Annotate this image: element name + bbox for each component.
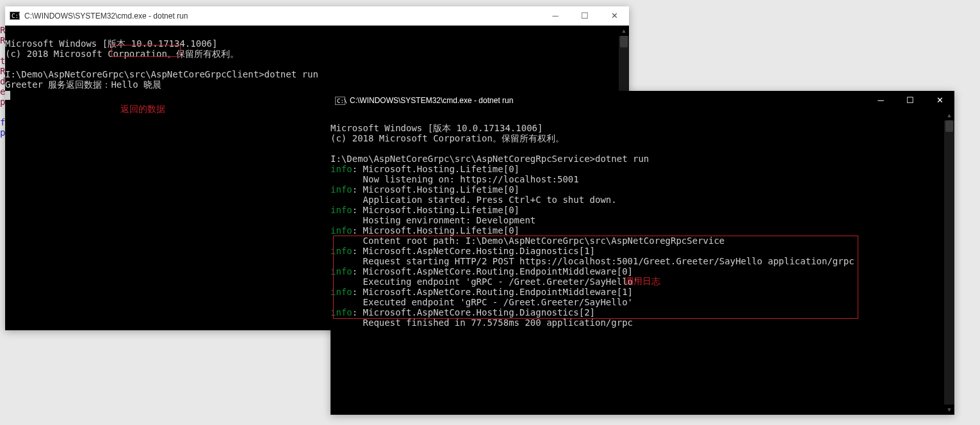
scroll-up-icon[interactable]: ▲ bbox=[944, 110, 954, 120]
console-body[interactable]: Microsoft Windows [版本 10.0.17134.1006] (… bbox=[331, 110, 954, 415]
console-line: (c) 2018 Microsoft Corporation。保留所有权利。 bbox=[331, 133, 564, 143]
cmd-window-service: C:\ C:\WINDOWS\SYSTEM32\cmd.exe - dotnet… bbox=[331, 91, 954, 415]
close-button[interactable]: ✕ bbox=[925, 91, 954, 110]
annotation-box-log: 调用日志 bbox=[333, 236, 858, 319]
console-line: info: Microsoft.Hosting.Lifetime[0] bbox=[331, 205, 519, 215]
console-line: Hosting environment: Development bbox=[331, 215, 535, 225]
minimize-button[interactable]: ─ bbox=[866, 91, 895, 110]
console-line: info: Microsoft.Hosting.Lifetime[0] bbox=[331, 164, 519, 174]
scroll-thumb[interactable] bbox=[945, 120, 953, 132]
annotation-box-return bbox=[111, 45, 181, 57]
console-line: info: Microsoft.Hosting.Lifetime[0] bbox=[331, 184, 519, 195]
titlebar[interactable]: C:\ C:\WINDOWS\SYSTEM32\cmd.exe - dotnet… bbox=[331, 91, 954, 110]
maximize-button[interactable]: ☐ bbox=[570, 6, 600, 25]
window-title: C:\WINDOWS\SYSTEM32\cmd.exe - dotnet run bbox=[350, 95, 866, 106]
minimize-button[interactable]: ─ bbox=[541, 6, 570, 25]
scroll-down-icon[interactable]: ▼ bbox=[944, 405, 954, 415]
cursor bbox=[5, 91, 10, 100]
cmd-icon: C:\ bbox=[5, 12, 24, 20]
scroll-thumb[interactable] bbox=[620, 36, 628, 47]
annotation-label-return: 返回的数据 bbox=[120, 104, 165, 114]
console-line: info: Microsoft.Hosting.Lifetime[0] bbox=[331, 225, 519, 236]
console-line: Greeter 服务返回数据：Hello 晓晨 bbox=[5, 79, 161, 90]
console-line: Request finished in 77.5758ms 200 applic… bbox=[331, 317, 638, 328]
console-line: Microsoft Windows [版本 10.0.17134.1006] bbox=[331, 123, 543, 133]
window-title: C:\WINDOWS\SYSTEM32\cmd.exe - dotnet run bbox=[24, 11, 541, 21]
close-button[interactable]: ✕ bbox=[600, 6, 629, 25]
console-line: I:\Demo\AspNetCoreGrpc\src\AspNetCoreGrp… bbox=[5, 69, 318, 79]
console-line: I:\Demo\AspNetCoreGrpc\src\AspNetCoregRp… bbox=[331, 154, 649, 164]
console-line: Application started. Press Ctrl+C to shu… bbox=[331, 195, 617, 205]
scrollbar[interactable]: ▲ ▼ bbox=[944, 110, 954, 415]
cmd-icon: C:\ bbox=[331, 97, 350, 105]
titlebar[interactable]: C:\ C:\WINDOWS\SYSTEM32\cmd.exe - dotnet… bbox=[5, 6, 629, 26]
scroll-up-icon[interactable]: ▲ bbox=[619, 26, 629, 36]
console-line: Now listening on: https://localhost:5001 bbox=[331, 174, 579, 184]
annotation-label-log: 调用日志 bbox=[625, 276, 660, 286]
code-gutter: R R t R d e p f p bbox=[0, 25, 5, 138]
maximize-button[interactable]: ☐ bbox=[895, 91, 925, 110]
